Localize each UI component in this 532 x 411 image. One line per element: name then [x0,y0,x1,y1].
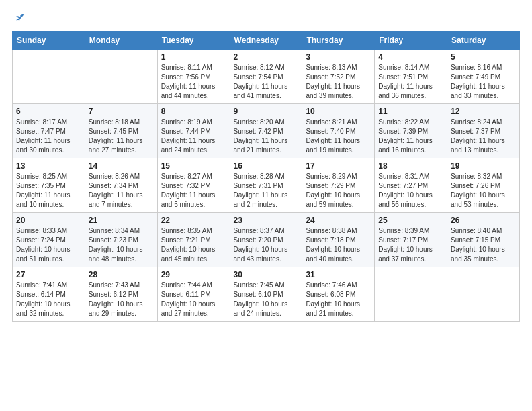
calendar-cell: 31Sunrise: 7:46 AM Sunset: 6:08 PM Dayli… [302,267,375,322]
day-number: 8 [161,107,226,116]
day-info: Sunrise: 7:45 AM Sunset: 6:10 PM Dayligh… [234,281,299,318]
day-info: Sunrise: 8:20 AM Sunset: 7:42 PM Dayligh… [234,118,299,155]
day-number: 4 [378,52,443,62]
calendar-cell: 28Sunrise: 7:43 AM Sunset: 6:12 PM Dayli… [85,267,157,322]
day-info: Sunrise: 8:28 AM Sunset: 7:31 PM Dayligh… [234,172,299,210]
day-number: 3 [306,52,371,62]
weekday-header-sunday: Sunday [13,32,85,50]
day-info: Sunrise: 8:35 AM Sunset: 7:21 PM Dayligh… [161,226,226,264]
calendar-cell [13,50,85,104]
day-info: Sunrise: 8:24 AM Sunset: 7:37 PM Dayligh… [451,118,516,155]
logo [12,12,26,24]
day-info: Sunrise: 8:11 AM Sunset: 7:56 PM Dayligh… [161,63,226,101]
day-info: Sunrise: 8:31 AM Sunset: 7:27 PM Dayligh… [378,172,443,210]
calendar-cell: 7Sunrise: 8:18 AM Sunset: 7:45 PM Daylig… [85,104,157,158]
day-number: 31 [306,270,371,279]
weekday-header-saturday: Saturday [447,32,520,50]
day-number: 16 [234,161,299,171]
day-info: Sunrise: 8:21 AM Sunset: 7:40 PM Dayligh… [306,118,371,155]
day-info: Sunrise: 8:16 AM Sunset: 7:49 PM Dayligh… [451,63,516,101]
day-info: Sunrise: 7:44 AM Sunset: 6:11 PM Dayligh… [161,281,226,318]
calendar-cell: 23Sunrise: 8:37 AM Sunset: 7:20 PM Dayli… [230,213,302,267]
week-row-3: 13Sunrise: 8:25 AM Sunset: 7:35 PM Dayli… [13,158,520,213]
day-number: 29 [161,270,226,279]
calendar-cell: 6Sunrise: 8:17 AM Sunset: 7:47 PM Daylig… [13,104,85,158]
weekday-header-tuesday: Tuesday [157,32,230,50]
day-info: Sunrise: 7:46 AM Sunset: 6:08 PM Dayligh… [306,281,371,318]
day-info: Sunrise: 8:39 AM Sunset: 7:17 PM Dayligh… [378,226,443,264]
calendar-cell: 8Sunrise: 8:19 AM Sunset: 7:44 PM Daylig… [157,104,230,158]
day-info: Sunrise: 8:22 AM Sunset: 7:39 PM Dayligh… [378,118,443,155]
day-info: Sunrise: 8:29 AM Sunset: 7:29 PM Dayligh… [306,172,371,210]
day-number: 28 [89,270,154,279]
calendar-table: SundayMondayTuesdayWednesdayThursdayFrid… [12,31,520,322]
week-row-4: 20Sunrise: 8:33 AM Sunset: 7:24 PM Dayli… [13,213,520,267]
calendar-cell: 17Sunrise: 8:29 AM Sunset: 7:29 PM Dayli… [302,158,375,213]
day-info: Sunrise: 8:38 AM Sunset: 7:18 PM Dayligh… [306,226,371,264]
day-number: 17 [306,161,371,171]
day-info: Sunrise: 8:17 AM Sunset: 7:47 PM Dayligh… [16,118,81,155]
day-info: Sunrise: 8:13 AM Sunset: 7:52 PM Dayligh… [306,63,371,101]
calendar-cell: 12Sunrise: 8:24 AM Sunset: 7:37 PM Dayli… [447,104,520,158]
day-number: 23 [234,216,299,225]
week-row-1: 1Sunrise: 8:11 AM Sunset: 7:56 PM Daylig… [13,50,520,104]
day-info: Sunrise: 8:34 AM Sunset: 7:23 PM Dayligh… [89,226,154,264]
week-row-5: 27Sunrise: 7:41 AM Sunset: 6:14 PM Dayli… [13,267,520,322]
day-number: 11 [378,107,443,116]
day-number: 5 [451,52,516,62]
day-number: 7 [89,107,154,116]
day-info: Sunrise: 7:43 AM Sunset: 6:12 PM Dayligh… [89,281,154,318]
calendar-cell [447,267,520,322]
day-number: 22 [161,216,226,225]
calendar-cell: 30Sunrise: 7:45 AM Sunset: 6:10 PM Dayli… [230,267,302,322]
day-info: Sunrise: 8:32 AM Sunset: 7:26 PM Dayligh… [451,172,516,210]
day-info: Sunrise: 8:33 AM Sunset: 7:24 PM Dayligh… [16,226,81,264]
day-number: 24 [306,216,371,225]
calendar-cell: 9Sunrise: 8:20 AM Sunset: 7:42 PM Daylig… [230,104,302,158]
calendar-cell: 15Sunrise: 8:27 AM Sunset: 7:32 PM Dayli… [157,158,230,213]
day-info: Sunrise: 7:41 AM Sunset: 6:14 PM Dayligh… [16,281,81,318]
day-info: Sunrise: 8:26 AM Sunset: 7:34 PM Dayligh… [89,172,154,210]
day-number: 20 [16,216,81,225]
weekday-header-thursday: Thursday [302,32,375,50]
calendar-cell: 29Sunrise: 7:44 AM Sunset: 6:11 PM Dayli… [157,267,230,322]
weekday-header-monday: Monday [85,32,157,50]
day-number: 25 [378,216,443,225]
day-number: 6 [16,107,81,116]
weekday-header-friday: Friday [375,32,447,50]
calendar-cell: 2Sunrise: 8:12 AM Sunset: 7:54 PM Daylig… [230,50,302,104]
day-number: 2 [234,52,299,62]
calendar-cell: 22Sunrise: 8:35 AM Sunset: 7:21 PM Dayli… [157,213,230,267]
calendar-cell: 13Sunrise: 8:25 AM Sunset: 7:35 PM Dayli… [13,158,85,213]
calendar-cell [85,50,157,104]
day-number: 27 [16,270,81,279]
day-number: 21 [89,216,154,225]
calendar-cell: 14Sunrise: 8:26 AM Sunset: 7:34 PM Dayli… [85,158,157,213]
day-number: 9 [234,107,299,116]
calendar-cell: 16Sunrise: 8:28 AM Sunset: 7:31 PM Dayli… [230,158,302,213]
day-number: 30 [234,270,299,279]
day-number: 10 [306,107,371,116]
calendar-cell: 20Sunrise: 8:33 AM Sunset: 7:24 PM Dayli… [13,213,85,267]
day-info: Sunrise: 8:19 AM Sunset: 7:44 PM Dayligh… [161,118,226,155]
calendar-cell: 25Sunrise: 8:39 AM Sunset: 7:17 PM Dayli… [375,213,447,267]
calendar-cell: 11Sunrise: 8:22 AM Sunset: 7:39 PM Dayli… [375,104,447,158]
calendar-cell [375,267,447,322]
day-info: Sunrise: 8:12 AM Sunset: 7:54 PM Dayligh… [234,63,299,101]
calendar-cell: 1Sunrise: 8:11 AM Sunset: 7:56 PM Daylig… [157,50,230,104]
day-number: 14 [89,161,154,171]
calendar-cell: 26Sunrise: 8:40 AM Sunset: 7:15 PM Dayli… [447,213,520,267]
day-number: 13 [16,161,81,171]
header [12,12,520,24]
calendar-cell: 4Sunrise: 8:14 AM Sunset: 7:51 PM Daylig… [375,50,447,104]
calendar-cell: 21Sunrise: 8:34 AM Sunset: 7:23 PM Dayli… [85,213,157,267]
week-row-2: 6Sunrise: 8:17 AM Sunset: 7:47 PM Daylig… [13,104,520,158]
calendar-cell: 24Sunrise: 8:38 AM Sunset: 7:18 PM Dayli… [302,213,375,267]
calendar-cell: 27Sunrise: 7:41 AM Sunset: 6:14 PM Dayli… [13,267,85,322]
day-info: Sunrise: 8:14 AM Sunset: 7:51 PM Dayligh… [378,63,443,101]
weekday-header-row: SundayMondayTuesdayWednesdayThursdayFrid… [13,32,520,50]
calendar-cell: 5Sunrise: 8:16 AM Sunset: 7:49 PM Daylig… [447,50,520,104]
day-number: 19 [451,161,516,171]
calendar-cell: 10Sunrise: 8:21 AM Sunset: 7:40 PM Dayli… [302,104,375,158]
calendar-cell: 3Sunrise: 8:13 AM Sunset: 7:52 PM Daylig… [302,50,375,104]
